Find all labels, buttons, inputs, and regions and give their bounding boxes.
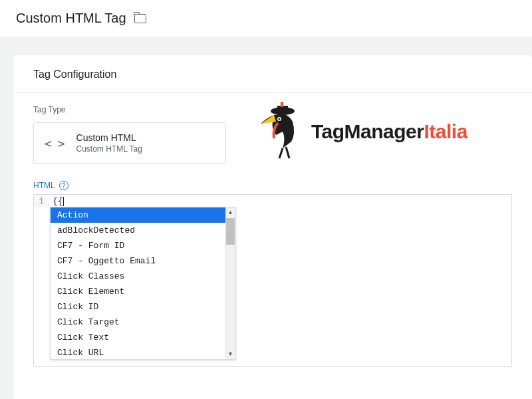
autocomplete-item[interactable]: Click Text (51, 330, 235, 345)
logo-text-2: Italia (424, 120, 467, 142)
autocomplete-item[interactable]: Click URL (51, 345, 235, 360)
html-editor-label: HTML (33, 181, 55, 190)
autocomplete-item[interactable]: CF7 - Oggetto Email (51, 253, 235, 269)
page-title: Custom HTML Tag (16, 11, 126, 26)
autocomplete-item[interactable]: Click Element (51, 284, 235, 299)
panel-title: Tag Configuration (13, 55, 532, 92)
autocomplete-item[interactable]: Click ID (51, 299, 235, 315)
tagtype-sub: Custom HTML Tag (76, 144, 142, 154)
autocomplete-popup: ActionadBlockDetectedCF7 - Form IDCF7 - … (50, 207, 236, 360)
autocomplete-item[interactable]: Action (51, 207, 235, 223)
autocomplete-item[interactable]: CF7 - Form ID (51, 238, 235, 253)
logo-text-1: TagManager (311, 120, 424, 142)
autocomplete-item[interactable]: Click Classes (51, 269, 235, 284)
svg-point-4 (279, 118, 281, 120)
code-line[interactable]: {{ (49, 195, 511, 207)
woodpecker-icon (259, 102, 306, 162)
tag-config-panel: Tag Configuration Tag Type < > Custom HT… (13, 55, 532, 399)
scroll-up-arrow[interactable]: ▲ (225, 207, 235, 217)
autocomplete-item[interactable]: adBlockDetected (51, 223, 235, 238)
scrollbar-track[interactable]: ▲ ▼ (225, 207, 235, 359)
code-icon: < > (45, 136, 65, 150)
scrollbar-thumb[interactable] (226, 218, 235, 245)
line-number: 1 (34, 195, 49, 207)
page-header: Custom HTML Tag (0, 0, 532, 37)
tagtype-card[interactable]: < > Custom HTML Custom HTML Tag (33, 122, 226, 164)
tagmanageritalia-logo: TagManagerItalia (259, 102, 467, 162)
autocomplete-item[interactable]: Click Target (51, 315, 235, 330)
help-icon[interactable]: ? (59, 181, 68, 190)
folder-icon[interactable] (134, 14, 146, 23)
scroll-down-arrow[interactable]: ▼ (225, 349, 235, 359)
html-editor[interactable]: 1 {{ ActionadBlockDetectedCF7 - Form IDC… (33, 194, 512, 367)
svg-rect-2 (281, 102, 283, 107)
tagtype-name: Custom HTML (76, 132, 142, 143)
